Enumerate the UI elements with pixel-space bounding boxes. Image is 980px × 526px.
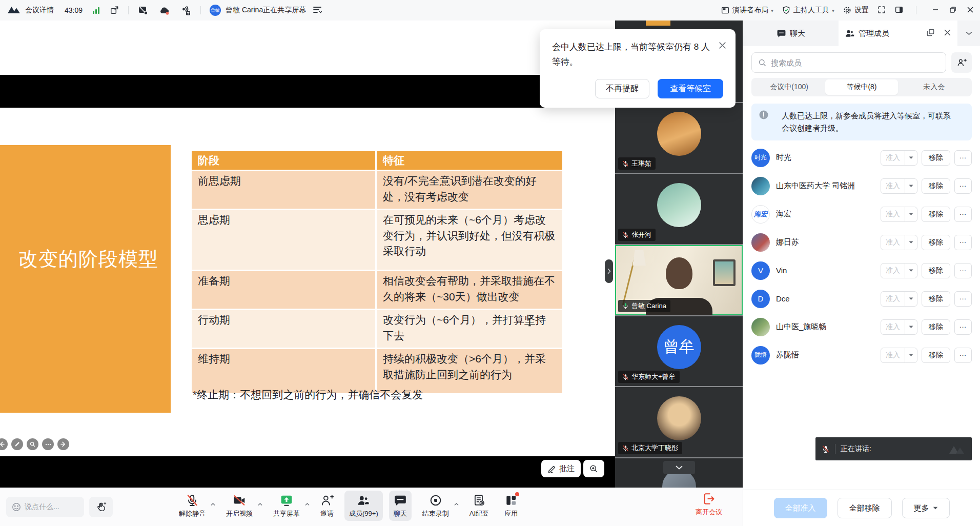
more-options-button[interactable] xyxy=(42,438,54,450)
apps-grid-icon xyxy=(504,494,518,507)
member-name: 山中医_施晓畅 xyxy=(776,322,881,332)
sharer-list-icon[interactable] xyxy=(313,6,322,15)
remove-button[interactable]: 移除 xyxy=(922,291,950,307)
row-more-button[interactable]: ... xyxy=(954,207,972,222)
segment-waiting[interactable]: 等候中(8) xyxy=(825,79,897,95)
admit-button-group[interactable]: 准入 xyxy=(881,235,917,250)
device-muted-status-icon[interactable] xyxy=(137,5,149,16)
row-more-button[interactable]: ... xyxy=(954,235,972,250)
admit-dropdown[interactable] xyxy=(905,292,917,306)
next-slide-button[interactable] xyxy=(57,438,69,450)
row-more-button[interactable]: ... xyxy=(954,150,972,166)
meeting-details-button[interactable]: 会议详情 xyxy=(25,6,54,15)
dismiss-reminder-button[interactable]: 不再提醒 xyxy=(595,79,649,98)
maximize-button[interactable] xyxy=(949,6,956,15)
video-thumbnail[interactable]: 王琳茹 xyxy=(615,103,743,173)
participant-name: 北京大学丁晓彤 xyxy=(631,443,678,453)
video-thumbnail[interactable]: 张开河 xyxy=(615,174,743,244)
admit-dropdown[interactable] xyxy=(905,348,917,362)
pop-out-panel-icon[interactable] xyxy=(926,28,935,38)
remove-button[interactable]: 移除 xyxy=(922,348,950,363)
unmute-button[interactable]: 解除静音 xyxy=(174,491,210,521)
close-button[interactable] xyxy=(967,6,974,15)
raise-hand-button[interactable] xyxy=(89,497,113,517)
view-waiting-room-button[interactable]: 查看等候室 xyxy=(658,79,723,98)
magnifier-button[interactable] xyxy=(27,438,38,450)
chevron-up-icon[interactable] xyxy=(258,499,262,508)
settings-button[interactable]: 设置 xyxy=(843,6,869,15)
strip-collapse-handle[interactable] xyxy=(605,259,613,283)
chevron-up-icon[interactable] xyxy=(305,499,310,508)
admit-dropdown[interactable] xyxy=(905,235,917,250)
remove-button[interactable]: 移除 xyxy=(922,319,950,335)
segment-not-joined[interactable]: 未入会 xyxy=(898,79,970,95)
close-panel-icon[interactable] xyxy=(944,29,951,38)
member-name: Vin xyxy=(776,266,881,275)
admit-dropdown[interactable] xyxy=(905,320,917,334)
row-more-button[interactable]: ... xyxy=(954,263,972,278)
minimize-button[interactable] xyxy=(932,6,939,15)
letterbox-top xyxy=(0,75,615,108)
row-more-button[interactable]: ... xyxy=(954,319,972,335)
zoom-in-button[interactable] xyxy=(583,460,604,477)
fullscreen-button[interactable] xyxy=(877,5,886,16)
search-input[interactable] xyxy=(771,58,940,67)
apps-button[interactable]: 应用 xyxy=(500,491,522,521)
chevron-up-icon[interactable] xyxy=(211,499,215,508)
share-screen-button[interactable]: 共享屏幕 xyxy=(269,491,304,521)
admit-button-group[interactable]: 准入 xyxy=(881,207,917,222)
active-speaker-video[interactable]: 曾敏 Carina xyxy=(615,245,743,315)
host-tools-button[interactable]: 主持人工具▾ xyxy=(782,6,834,15)
remove-button[interactable]: 移除 xyxy=(922,263,950,278)
banner-text: 人数已达上限，新参会成员将进入等候室，可联系会议创建者升级。 xyxy=(782,110,956,134)
remove-all-button[interactable]: 全部移除 xyxy=(838,498,892,518)
admit-button-group[interactable]: 准入 xyxy=(881,291,917,307)
side-panel-toggle-button[interactable] xyxy=(894,5,904,16)
admit-button-group[interactable]: 准入 xyxy=(881,319,917,335)
row-more-button[interactable]: ... xyxy=(954,348,972,363)
dialog-close-icon[interactable] xyxy=(719,42,726,51)
remove-button[interactable]: 移除 xyxy=(922,207,950,222)
start-video-button[interactable]: 开启视频 xyxy=(221,491,257,521)
chevron-down-icon: ▾ xyxy=(771,8,773,13)
add-member-button[interactable] xyxy=(951,52,972,73)
remove-button[interactable]: 移除 xyxy=(922,235,950,250)
video-thumbnail[interactable]: 曾牟 华东师大+曾牟 xyxy=(615,316,743,387)
chevron-up-icon[interactable] xyxy=(454,499,459,508)
more-actions-button[interactable]: 更多 xyxy=(902,498,950,518)
stop-recording-button[interactable]: 结束录制 xyxy=(418,491,454,521)
video-thumbnail[interactable]: 北京大学丁晓彤 xyxy=(615,387,743,457)
collapse-panel-button[interactable] xyxy=(957,21,980,46)
admit-dropdown[interactable] xyxy=(905,151,917,165)
layout-switch-button[interactable]: 演讲者布局▾ xyxy=(721,6,773,15)
segment-in-meeting[interactable]: 会议中(100) xyxy=(753,79,825,95)
admit-button-group[interactable]: 准入 xyxy=(881,348,917,363)
quick-chat-input[interactable]: 说点什么... xyxy=(6,497,84,517)
annotate-button[interactable]: 批注 xyxy=(541,460,581,477)
member-search-field[interactable] xyxy=(751,52,946,73)
remove-button[interactable]: 移除 xyxy=(922,178,950,194)
admit-dropdown[interactable] xyxy=(905,207,917,221)
scroll-down-button[interactable] xyxy=(663,461,695,474)
row-more-button[interactable]: ... xyxy=(954,291,972,307)
admit-dropdown[interactable] xyxy=(905,264,917,278)
admit-button-group[interactable]: 准入 xyxy=(881,150,917,166)
previous-slide-button[interactable] xyxy=(0,438,8,450)
cloud-recording-status-icon[interactable] xyxy=(158,5,171,16)
invite-button[interactable]: 邀请 xyxy=(316,491,338,521)
row-more-button[interactable]: ... xyxy=(954,178,972,194)
members-button[interactable]: 成员(99+) xyxy=(344,491,383,521)
admit-dropdown[interactable] xyxy=(905,179,917,193)
pop-out-share-icon[interactable] xyxy=(109,5,119,15)
chat-button[interactable]: 聊天 xyxy=(389,491,412,521)
tab-manage-members[interactable]: 管理成员 xyxy=(839,21,957,46)
tab-chat[interactable]: 聊天 xyxy=(743,21,839,46)
ai-minutes-button[interactable]: AI纪要 xyxy=(465,491,494,521)
caption-translate-status-icon[interactable] xyxy=(179,5,192,16)
pen-tool-button[interactable] xyxy=(11,438,23,450)
remove-button[interactable]: 移除 xyxy=(922,150,950,166)
admit-all-button[interactable]: 全部准入 xyxy=(774,498,827,518)
admit-button-group[interactable]: 准入 xyxy=(881,178,917,194)
leave-meeting-button[interactable]: 离开会议 xyxy=(696,492,722,517)
admit-button-group[interactable]: 准入 xyxy=(881,263,917,278)
